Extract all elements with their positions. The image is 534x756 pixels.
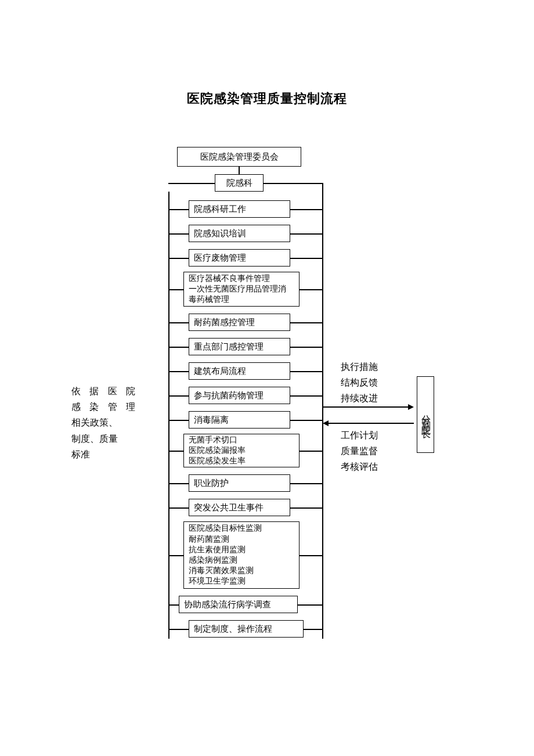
connector <box>239 167 240 174</box>
text: 无菌手术切口 <box>189 435 237 445</box>
box-item-2: 院感知识培训 <box>189 225 290 242</box>
connector <box>290 420 322 421</box>
box-vice-president: 分管副院长 <box>417 376 434 453</box>
box-item-5: 耐药菌感控管理 <box>189 314 290 331</box>
connector <box>168 322 189 323</box>
text: 工作计划 <box>341 427 378 443</box>
connector <box>304 629 322 630</box>
connector <box>300 451 322 452</box>
connector <box>168 395 189 397</box>
box-dept: 院感科 <box>215 174 264 192</box>
text: 标准 <box>71 447 135 462</box>
connector <box>168 483 189 484</box>
box-item-1: 院感科研工作 <box>189 200 290 218</box>
arrow-right-icon <box>408 404 414 410</box>
connector <box>290 507 322 509</box>
connector <box>290 209 322 210</box>
connector <box>168 555 183 556</box>
connector <box>300 555 322 556</box>
connector <box>168 451 183 452</box>
arrow-line-in <box>328 423 414 424</box>
text: 感染病例监测 <box>189 555 237 566</box>
text: 制度、质量 <box>71 431 135 447</box>
right-lower-note: 工作计划 质量监督 考核评估 <box>341 427 378 475</box>
connector <box>168 233 189 235</box>
left-note: 依据医院 感染管理 相关政策、 制度、质量 标准 <box>71 383 135 462</box>
connector <box>290 322 322 323</box>
connector <box>290 371 322 372</box>
connector <box>168 420 189 421</box>
left-bus <box>168 192 169 639</box>
text: 抗生素使用监测 <box>189 545 246 555</box>
text: 耐药菌监测 <box>189 534 229 545</box>
text: 质量监督 <box>341 443 378 459</box>
text: 依据医院 <box>71 383 135 399</box>
text: 执行措施 <box>341 359 378 375</box>
text: 医院感染发生率 <box>189 456 246 466</box>
text: 持续改进 <box>341 390 378 406</box>
arrow-line-out <box>322 406 409 408</box>
right-upper-note: 执行措施 结构反馈 持续改进 <box>341 359 378 406</box>
connector <box>290 233 322 235</box>
right-bus <box>322 183 323 639</box>
box-item-4: 医疗器械不良事件管理 一次性无菌医疗用品管理消 毒药械管理 <box>183 272 300 307</box>
box-item-12: 突发公共卫生事件 <box>189 499 290 516</box>
connector <box>298 604 322 606</box>
box-item-10: 无菌手术切口 医院感染漏报率 医院感染发生率 <box>183 434 300 467</box>
connector <box>168 604 179 606</box>
box-item-8: 参与抗菌药物管理 <box>189 387 290 404</box>
box-item-13: 医院感染目标性监测 耐药菌监测 抗生素使用监测 感染病例监测 消毒灭菌效果监测 … <box>183 521 300 589</box>
text: 考核评估 <box>341 459 378 474</box>
connector <box>168 258 189 259</box>
connector <box>290 347 322 348</box>
connector <box>168 507 189 509</box>
connector <box>290 258 322 259</box>
connector <box>168 629 189 630</box>
text: 毒药械管理 <box>189 294 229 305</box>
text: 消毒灭菌效果监测 <box>189 566 254 576</box>
box-committee: 医院感染管理委员会 <box>177 147 301 167</box>
box-item-7: 建筑布局流程 <box>189 362 290 380</box>
text: 医疗器械不良事件管理 <box>189 273 270 284</box>
connector <box>168 371 189 372</box>
box-item-14: 协助感染流行病学调查 <box>179 596 298 613</box>
box-item-11: 职业防护 <box>189 474 290 492</box>
arrow-left-icon <box>323 420 329 426</box>
connector <box>168 183 215 184</box>
connector <box>168 209 189 210</box>
text: 相关政策、 <box>71 415 135 430</box>
box-item-6: 重点部门感控管理 <box>189 338 290 355</box>
box-item-15: 制定制度、操作流程 <box>189 620 304 638</box>
connector <box>264 183 322 184</box>
connector <box>300 289 322 290</box>
text: 医院感染目标性监测 <box>189 523 262 534</box>
connector <box>168 347 189 348</box>
connector <box>290 483 322 484</box>
text: 结构反馈 <box>341 375 378 390</box>
text: 一次性无菌医疗用品管理消 <box>189 284 286 294</box>
connector <box>168 289 183 290</box>
text: 感染管理 <box>71 399 135 415</box>
page-title: 医院感染管理质量控制流程 <box>0 90 534 107</box>
text: 环境卫生学监测 <box>189 576 246 586</box>
box-item-3: 医疗废物管理 <box>189 249 290 267</box>
box-item-9: 消毒隔离 <box>189 411 290 429</box>
text: 医院感染漏报率 <box>189 445 246 456</box>
connector <box>290 395 322 397</box>
